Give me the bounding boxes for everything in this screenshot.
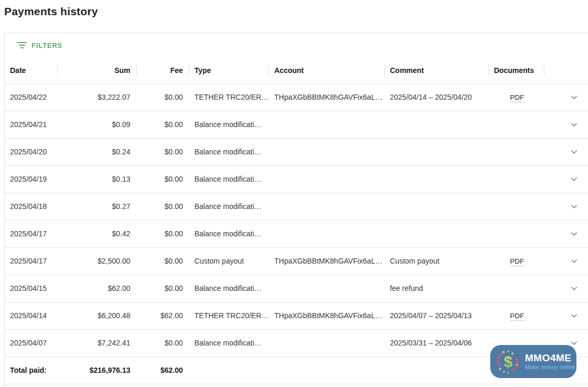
table-row: 2025/04/19 $0.13 $0.00 Balance modificat… [5, 165, 588, 193]
cell-documents [489, 138, 544, 165]
cell-fee: $0.00 [137, 247, 189, 275]
column-header-sum[interactable]: Sum [58, 57, 137, 83]
cell-fee: $0.00 [137, 193, 189, 220]
cell-fee: $0.00 [137, 220, 189, 247]
cell-account: THpaXGbBBtMK8hGAVFix6aL… [269, 302, 385, 329]
cell-comment [385, 165, 489, 193]
table-row: 2025/04/18 $0.27 $0.00 Balance modificat… [5, 193, 588, 220]
total-label: Total paid: [5, 357, 58, 384]
cell-expand [544, 138, 588, 165]
svg-text:★: ★ [498, 367, 501, 371]
payments-history-card: FILTERS Date Sum Fee Type Account Commen… [4, 33, 588, 387]
table-row: 2025/04/22 $3,222.07 $0.00 TETHER TRC20/… [5, 83, 588, 111]
cell-fee: $0.00 [137, 138, 189, 165]
mmo4me-watermark: ★ ★ ★ ★ ★ ★ ★ $ MMO4ME Make money online [490, 345, 576, 378]
svg-text:★: ★ [515, 363, 518, 367]
chevron-down-icon[interactable] [571, 95, 577, 100]
page-title: Payments history [4, 5, 98, 18]
cell-documents: PDF [489, 302, 544, 329]
column-header-comment[interactable]: Comment [385, 57, 489, 83]
cell-fee: $0.00 [137, 329, 189, 357]
cell-documents [489, 111, 544, 138]
cell-comment [385, 193, 489, 220]
cell-date: 2025/04/19 [5, 165, 58, 193]
chevron-down-icon[interactable] [571, 177, 577, 182]
cell-type: Balance modificati… [189, 138, 269, 165]
cell-expand [544, 247, 588, 275]
cell-account [269, 111, 385, 138]
table-row: 2025/04/14 $6,200.48 $62.00 TETHER TRC20… [5, 302, 588, 329]
filter-icon [17, 42, 27, 48]
cell-type: Balance modificati… [189, 111, 269, 138]
table-row: 2025/04/20 $0.24 $0.00 Balance modificat… [5, 138, 588, 165]
cell-account [269, 220, 385, 247]
cell-type: TETHER TRC20/ER… [189, 302, 269, 329]
cell-account [269, 138, 385, 165]
cell-type: Balance modificati… [189, 165, 269, 193]
cell-comment: 2025/04/14 – 2025/04/20 [385, 83, 489, 111]
cell-type: Balance modificati… [189, 220, 269, 247]
cell-fee: $0.00 [137, 275, 189, 302]
cell-sum: $7,242.41 [58, 329, 137, 357]
cell-account [269, 193, 385, 220]
svg-text:$: $ [504, 353, 513, 370]
cell-date: 2025/04/14 [5, 302, 58, 329]
cell-comment [385, 138, 489, 165]
chevron-down-icon[interactable] [571, 313, 577, 318]
cell-comment: 2025/03/31 – 2025/04/06 [385, 329, 489, 357]
table-row: 2025/04/15 $62.00 $0.00 Balance modifica… [5, 275, 588, 302]
chevron-down-icon[interactable] [571, 341, 577, 346]
cell-fee: $0.00 [137, 111, 189, 138]
chevron-down-icon[interactable] [571, 286, 577, 291]
table-header-row: Date Sum Fee Type Account Comment Docume… [5, 57, 588, 83]
cell-type: Balance modificati… [189, 193, 269, 220]
table-row: 2025/04/17 $0.42 $0.00 Balance modificat… [5, 220, 588, 247]
cell-date: 2025/04/22 [5, 83, 58, 111]
cell-sum: $2,500.00 [58, 247, 137, 275]
watermark-name: MMO4ME [525, 353, 575, 363]
cell-date: 2025/04/20 [5, 138, 58, 165]
chevron-down-icon[interactable] [571, 150, 577, 154]
cell-documents [489, 275, 544, 302]
cell-date: 2025/04/15 [5, 275, 58, 302]
column-header-documents[interactable]: Documents [489, 57, 544, 83]
cell-expand [544, 302, 588, 329]
chevron-down-icon[interactable] [571, 204, 577, 209]
table-body: 2025/04/22 $3,222.07 $0.00 TETHER TRC20/… [5, 83, 588, 357]
cell-sum: $0.09 [58, 111, 137, 138]
chevron-down-icon[interactable] [571, 259, 577, 264]
dollar-logo-icon: ★ ★ ★ ★ ★ ★ ★ $ [496, 349, 521, 374]
cell-expand [544, 220, 588, 247]
cell-account: THpaXGbBBtMK8hGAVFix6aL… [269, 83, 385, 111]
cell-comment: fee refund [385, 275, 489, 302]
cell-date: 2025/04/07 [5, 329, 58, 357]
chevron-down-icon[interactable] [571, 122, 577, 127]
cell-documents [489, 165, 544, 193]
cell-type: Balance modificati… [189, 275, 269, 302]
watermark-tagline: Make money online [525, 364, 575, 370]
cell-expand [544, 165, 588, 193]
pdf-link[interactable]: PDF [510, 257, 524, 266]
column-header-account[interactable]: Account [269, 57, 385, 83]
filters-button[interactable]: FILTERS [5, 33, 588, 57]
total-sum: $216,976.13 [58, 357, 137, 384]
cell-account [269, 165, 385, 193]
column-header-type[interactable]: Type [189, 57, 269, 83]
cell-documents: PDF [489, 83, 544, 111]
cell-type: TETHER TRC20/ER… [189, 83, 269, 111]
table-row: 2025/04/21 $0.09 $0.00 Balance modificat… [5, 111, 588, 138]
cell-sum: $0.27 [58, 193, 137, 220]
cell-fee: $0.00 [137, 83, 189, 111]
table-row: 2025/04/17 $2,500.00 $0.00 Custom payout… [5, 247, 588, 275]
svg-text:★: ★ [507, 371, 509, 374]
chevron-down-icon[interactable] [571, 232, 577, 236]
cell-sum: $0.42 [58, 220, 137, 247]
column-header-date[interactable]: Date [5, 57, 58, 83]
cell-account [269, 275, 385, 302]
column-header-fee[interactable]: Fee [137, 57, 189, 83]
cell-documents [489, 193, 544, 220]
pdf-link[interactable]: PDF [510, 93, 524, 102]
cell-type: Custom payout [189, 247, 269, 275]
cell-expand [544, 83, 588, 111]
pdf-link[interactable]: PDF [510, 312, 524, 321]
